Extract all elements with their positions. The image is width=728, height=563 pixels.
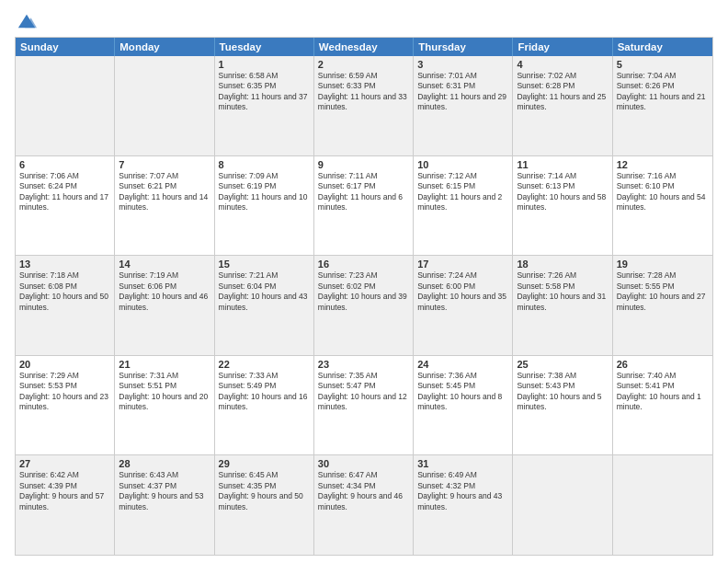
calendar-row: 1Sunrise: 6:58 AM Sunset: 6:35 PM Daylig…: [16, 56, 712, 155]
day-info: Sunrise: 7:14 AM Sunset: 6:13 PM Dayligh…: [517, 171, 608, 213]
day-number: 4: [517, 59, 608, 70]
calendar-cell: 4Sunrise: 7:02 AM Sunset: 6:28 PM Daylig…: [513, 56, 612, 155]
day-info: Sunrise: 7:06 AM Sunset: 6:24 PM Dayligh…: [19, 171, 110, 213]
day-number: 30: [318, 458, 409, 469]
day-number: 11: [517, 159, 608, 170]
calendar-cell: 16Sunrise: 7:23 AM Sunset: 6:02 PM Dayli…: [314, 256, 414, 355]
calendar-cell: 29Sunrise: 6:45 AM Sunset: 4:35 PM Dayli…: [215, 455, 314, 555]
calendar-header-cell: Friday: [513, 38, 612, 56]
day-info: Sunrise: 7:35 AM Sunset: 5:47 PM Dayligh…: [318, 371, 409, 413]
day-number: 26: [617, 359, 709, 370]
day-info: Sunrise: 7:40 AM Sunset: 5:41 PM Dayligh…: [617, 371, 709, 413]
day-info: Sunrise: 7:24 AM Sunset: 6:00 PM Dayligh…: [417, 270, 508, 313]
day-info: Sunrise: 7:26 AM Sunset: 5:58 PM Dayligh…: [517, 270, 608, 313]
day-number: 27: [19, 458, 110, 469]
day-number: 20: [19, 359, 110, 370]
day-number: 23: [318, 359, 409, 370]
day-info: Sunrise: 7:19 AM Sunset: 6:06 PM Dayligh…: [119, 270, 210, 313]
calendar-cell: 19Sunrise: 7:28 AM Sunset: 5:55 PM Dayli…: [613, 256, 712, 355]
day-info: Sunrise: 7:31 AM Sunset: 5:51 PM Dayligh…: [119, 371, 210, 413]
calendar-cell: 5Sunrise: 7:04 AM Sunset: 6:26 PM Daylig…: [613, 56, 712, 155]
day-info: Sunrise: 7:04 AM Sunset: 6:26 PM Dayligh…: [617, 71, 709, 113]
header: [15, 11, 713, 31]
day-number: 21: [119, 359, 210, 370]
day-info: Sunrise: 6:45 AM Sunset: 4:35 PM Dayligh…: [219, 470, 310, 512]
calendar-header-cell: Tuesday: [215, 38, 314, 56]
calendar-header-cell: Saturday: [613, 38, 712, 56]
logo: [15, 11, 37, 31]
day-number: 25: [517, 359, 608, 370]
day-number: 15: [219, 259, 310, 270]
calendar-cell: 10Sunrise: 7:12 AM Sunset: 6:15 PM Dayli…: [414, 156, 513, 256]
calendar-cell: 20Sunrise: 7:29 AM Sunset: 5:53 PM Dayli…: [16, 356, 115, 455]
day-number: 14: [119, 259, 210, 270]
day-info: Sunrise: 6:43 AM Sunset: 4:37 PM Dayligh…: [119, 470, 210, 512]
day-number: 7: [119, 159, 210, 170]
calendar-cell: 23Sunrise: 7:35 AM Sunset: 5:47 PM Dayli…: [314, 356, 414, 455]
day-number: 3: [417, 59, 508, 70]
day-info: Sunrise: 7:21 AM Sunset: 6:04 PM Dayligh…: [219, 270, 310, 313]
calendar: SundayMondayTuesdayWednesdayThursdayFrid…: [15, 37, 713, 556]
day-info: Sunrise: 7:29 AM Sunset: 5:53 PM Dayligh…: [19, 371, 110, 413]
calendar-row: 20Sunrise: 7:29 AM Sunset: 5:53 PM Dayli…: [16, 355, 712, 455]
day-number: 22: [219, 359, 310, 370]
calendar-cell: 18Sunrise: 7:26 AM Sunset: 5:58 PM Dayli…: [513, 256, 612, 355]
day-number: 10: [417, 159, 508, 170]
calendar-cell: 2Sunrise: 6:59 AM Sunset: 6:33 PM Daylig…: [314, 56, 414, 155]
calendar-row: 27Sunrise: 6:42 AM Sunset: 4:39 PM Dayli…: [16, 454, 712, 555]
day-info: Sunrise: 6:47 AM Sunset: 4:34 PM Dayligh…: [318, 470, 409, 512]
calendar-cell: 26Sunrise: 7:40 AM Sunset: 5:41 PM Dayli…: [613, 356, 712, 455]
day-number: 17: [417, 259, 508, 270]
day-info: Sunrise: 7:16 AM Sunset: 6:10 PM Dayligh…: [617, 171, 709, 213]
calendar-cell: 11Sunrise: 7:14 AM Sunset: 6:13 PM Dayli…: [513, 156, 612, 256]
day-info: Sunrise: 7:23 AM Sunset: 6:02 PM Dayligh…: [318, 270, 409, 313]
page: SundayMondayTuesdayWednesdayThursdayFrid…: [0, 0, 728, 563]
calendar-cell: 3Sunrise: 7:01 AM Sunset: 6:31 PM Daylig…: [414, 56, 513, 155]
calendar-cell: 24Sunrise: 7:36 AM Sunset: 5:45 PM Dayli…: [414, 356, 513, 455]
day-number: 9: [318, 159, 409, 170]
calendar-cell: 6Sunrise: 7:06 AM Sunset: 6:24 PM Daylig…: [16, 156, 115, 256]
calendar-cell: 25Sunrise: 7:38 AM Sunset: 5:43 PM Dayli…: [513, 356, 612, 455]
day-info: Sunrise: 6:42 AM Sunset: 4:39 PM Dayligh…: [19, 470, 110, 512]
calendar-cell: [115, 56, 214, 155]
calendar-cell: 1Sunrise: 6:58 AM Sunset: 6:35 PM Daylig…: [215, 56, 314, 155]
day-number: 12: [617, 159, 709, 170]
day-number: 18: [517, 259, 608, 270]
calendar-row: 6Sunrise: 7:06 AM Sunset: 6:24 PM Daylig…: [16, 155, 712, 256]
day-number: 8: [219, 159, 310, 170]
calendar-row: 13Sunrise: 7:18 AM Sunset: 6:08 PM Dayli…: [16, 255, 712, 355]
day-info: Sunrise: 7:11 AM Sunset: 6:17 PM Dayligh…: [318, 171, 409, 213]
day-info: Sunrise: 7:36 AM Sunset: 5:45 PM Dayligh…: [417, 371, 508, 413]
calendar-cell: 7Sunrise: 7:07 AM Sunset: 6:21 PM Daylig…: [115, 156, 214, 256]
day-number: 13: [19, 259, 110, 270]
day-info: Sunrise: 7:18 AM Sunset: 6:08 PM Dayligh…: [19, 270, 110, 313]
day-info: Sunrise: 6:59 AM Sunset: 6:33 PM Dayligh…: [318, 71, 409, 113]
day-number: 31: [417, 458, 508, 469]
day-info: Sunrise: 6:49 AM Sunset: 4:32 PM Dayligh…: [417, 470, 508, 512]
calendar-header-cell: Wednesday: [314, 38, 414, 56]
day-number: 28: [119, 458, 210, 469]
day-info: Sunrise: 7:01 AM Sunset: 6:31 PM Dayligh…: [417, 71, 508, 113]
calendar-cell: 22Sunrise: 7:33 AM Sunset: 5:49 PM Dayli…: [215, 356, 314, 455]
calendar-header-cell: Thursday: [414, 38, 513, 56]
day-number: 19: [617, 259, 709, 270]
day-info: Sunrise: 7:02 AM Sunset: 6:28 PM Dayligh…: [517, 71, 608, 113]
day-number: 6: [19, 159, 110, 170]
day-number: 1: [219, 59, 310, 70]
day-info: Sunrise: 7:09 AM Sunset: 6:19 PM Dayligh…: [219, 171, 310, 213]
calendar-header-cell: Monday: [115, 38, 214, 56]
calendar-cell: 27Sunrise: 6:42 AM Sunset: 4:39 PM Dayli…: [16, 455, 115, 555]
day-info: Sunrise: 7:12 AM Sunset: 6:15 PM Dayligh…: [417, 171, 508, 213]
calendar-cell: 9Sunrise: 7:11 AM Sunset: 6:17 PM Daylig…: [314, 156, 414, 256]
day-info: Sunrise: 7:28 AM Sunset: 5:55 PM Dayligh…: [617, 270, 709, 313]
calendar-cell: 14Sunrise: 7:19 AM Sunset: 6:06 PM Dayli…: [115, 256, 214, 355]
calendar-cell: [513, 455, 612, 555]
calendar-cell: 15Sunrise: 7:21 AM Sunset: 6:04 PM Dayli…: [215, 256, 314, 355]
day-number: 2: [318, 59, 409, 70]
day-number: 16: [318, 259, 409, 270]
logo-icon: [17, 11, 37, 31]
calendar-cell: 8Sunrise: 7:09 AM Sunset: 6:19 PM Daylig…: [215, 156, 314, 256]
calendar-cell: 17Sunrise: 7:24 AM Sunset: 6:00 PM Dayli…: [414, 256, 513, 355]
calendar-header: SundayMondayTuesdayWednesdayThursdayFrid…: [16, 38, 712, 56]
calendar-cell: 30Sunrise: 6:47 AM Sunset: 4:34 PM Dayli…: [314, 455, 414, 555]
